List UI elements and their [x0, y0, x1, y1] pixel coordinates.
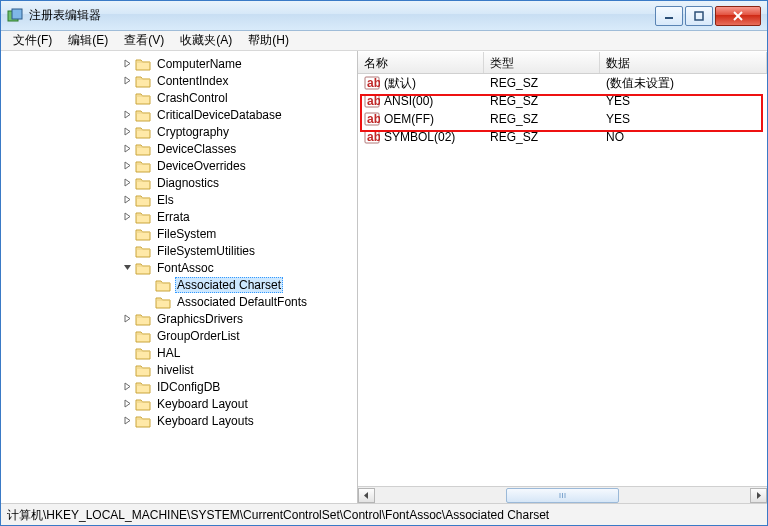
folder-icon [135, 363, 151, 377]
tree-node[interactable]: ContentIndex [1, 72, 357, 89]
chevron-right-icon[interactable] [121, 58, 133, 70]
tree-node[interactable]: Associated Charset [1, 276, 357, 293]
chevron-right-icon[interactable] [121, 75, 133, 87]
svg-marker-16 [125, 315, 130, 322]
svg-marker-6 [125, 60, 130, 67]
svg-marker-18 [125, 400, 130, 407]
menu-view[interactable]: 查看(V) [116, 30, 172, 51]
tree-node[interactable]: CrashControl [1, 89, 357, 106]
col-header-data[interactable]: 数据 [600, 52, 767, 73]
col-header-name[interactable]: 名称 [358, 52, 484, 73]
menu-edit[interactable]: 编辑(E) [60, 30, 116, 51]
titlebar: 注册表编辑器 [1, 1, 767, 31]
folder-icon [135, 227, 151, 241]
svg-marker-19 [125, 417, 130, 424]
folder-icon [135, 346, 151, 360]
tree-node-label: Cryptography [155, 125, 231, 139]
tree-node[interactable]: FileSystem [1, 225, 357, 242]
svg-marker-10 [125, 145, 130, 152]
horizontal-scrollbar[interactable] [358, 486, 767, 503]
value-data: YES [606, 94, 767, 108]
folder-icon [135, 193, 151, 207]
tree-node[interactable]: CriticalDeviceDatabase [1, 106, 357, 123]
tree-node[interactable]: GraphicsDrivers [1, 310, 357, 327]
expander-none [121, 347, 133, 359]
menu-help[interactable]: 帮助(H) [240, 30, 297, 51]
col-header-type[interactable]: 类型 [484, 52, 600, 73]
close-button[interactable] [715, 6, 761, 26]
tree-node[interactable]: FileSystemUtilities [1, 242, 357, 259]
values-pane: 名称 类型 数据 ab(默认)REG_SZ(数值未设置)abANSI(00)RE… [358, 51, 767, 503]
tree-node[interactable]: GroupOrderList [1, 327, 357, 344]
chevron-right-icon[interactable] [121, 313, 133, 325]
expander-none [121, 245, 133, 257]
value-name: (默认) [384, 75, 490, 92]
svg-rect-1 [12, 9, 22, 19]
tree-node[interactable]: ComputerName [1, 55, 357, 72]
tree-node[interactable]: Els [1, 191, 357, 208]
folder-icon [135, 312, 151, 326]
tree-node[interactable]: FontAssoc [1, 259, 357, 276]
tree-node[interactable]: HAL [1, 344, 357, 361]
tree-node[interactable]: Errata [1, 208, 357, 225]
tree-pane[interactable]: ComputerNameContentIndexCrashControlCrit… [1, 51, 358, 503]
tree-node[interactable]: Diagnostics [1, 174, 357, 191]
svg-marker-17 [125, 383, 130, 390]
values-body[interactable]: ab(默认)REG_SZ(数值未设置)abANSI(00)REG_SZYESab… [358, 74, 767, 486]
value-name: SYMBOL(02) [384, 130, 490, 144]
tree-node-label: Keyboard Layouts [155, 414, 256, 428]
folder-icon [135, 125, 151, 139]
tree-node[interactable]: Keyboard Layout [1, 395, 357, 412]
value-row[interactable]: abSYMBOL(02)REG_SZNO [358, 128, 767, 146]
chevron-right-icon[interactable] [121, 143, 133, 155]
folder-icon [135, 159, 151, 173]
regedit-app-icon [7, 8, 23, 24]
scroll-right-button[interactable] [750, 488, 767, 503]
chevron-right-icon[interactable] [121, 160, 133, 172]
value-row[interactable]: abANSI(00)REG_SZYES [358, 92, 767, 110]
value-type: REG_SZ [490, 76, 606, 90]
tree-node[interactable]: Cryptography [1, 123, 357, 140]
minimize-button[interactable] [655, 6, 683, 26]
statusbar-path: 计算机\HKEY_LOCAL_MACHINE\SYSTEM\CurrentCon… [7, 508, 549, 522]
tree-node-label: DeviceOverrides [155, 159, 248, 173]
tree-node[interactable]: DeviceClasses [1, 140, 357, 157]
menu-favorites[interactable]: 收藏夹(A) [172, 30, 240, 51]
value-row[interactable]: abOEM(FF)REG_SZYES [358, 110, 767, 128]
chevron-right-icon[interactable] [121, 126, 133, 138]
chevron-right-icon[interactable] [121, 398, 133, 410]
tree-node-label: hivelist [155, 363, 196, 377]
chevron-right-icon[interactable] [121, 109, 133, 121]
scroll-left-button[interactable] [358, 488, 375, 503]
menu-file[interactable]: 文件(F) [5, 30, 60, 51]
scroll-thumb[interactable] [506, 488, 619, 503]
folder-icon [135, 210, 151, 224]
window-controls [653, 6, 761, 26]
tree-node[interactable]: DeviceOverrides [1, 157, 357, 174]
svg-marker-28 [364, 492, 368, 499]
chevron-right-icon[interactable] [121, 194, 133, 206]
chevron-right-icon[interactable] [121, 415, 133, 427]
scroll-track[interactable] [375, 488, 750, 503]
tree-node-label: CrashControl [155, 91, 230, 105]
folder-icon [135, 91, 151, 105]
folder-icon [135, 74, 151, 88]
tree-node-label: GraphicsDrivers [155, 312, 245, 326]
chevron-right-icon[interactable] [121, 211, 133, 223]
tree-node[interactable]: Keyboard Layouts [1, 412, 357, 429]
folder-icon [135, 142, 151, 156]
tree-node-label: DeviceClasses [155, 142, 238, 156]
window-title: 注册表编辑器 [29, 7, 653, 24]
expander-none [141, 279, 153, 291]
chevron-right-icon[interactable] [121, 177, 133, 189]
tree-node-label: IDConfigDB [155, 380, 222, 394]
svg-marker-15 [124, 265, 131, 270]
chevron-right-icon[interactable] [121, 381, 133, 393]
value-row[interactable]: ab(默认)REG_SZ(数值未设置) [358, 74, 767, 92]
tree-node[interactable]: IDConfigDB [1, 378, 357, 395]
chevron-down-icon[interactable] [121, 262, 133, 274]
tree-node[interactable]: Associated DefaultFonts [1, 293, 357, 310]
tree-node[interactable]: hivelist [1, 361, 357, 378]
maximize-button[interactable] [685, 6, 713, 26]
tree-node-label: ContentIndex [155, 74, 230, 88]
